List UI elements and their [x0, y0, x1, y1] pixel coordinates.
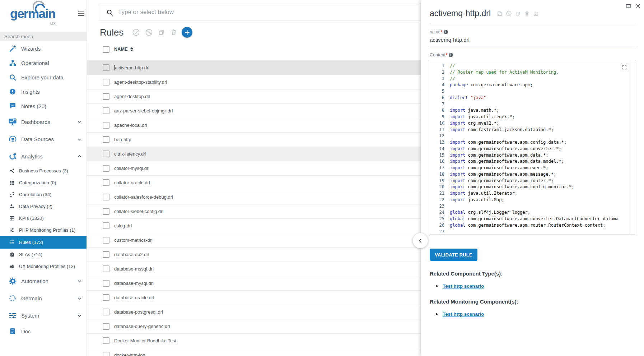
related-monitoring-link[interactable]: Test http scenario: [443, 311, 484, 317]
row-checkbox[interactable]: [103, 222, 109, 229]
sidebar-item-label: System: [21, 313, 39, 319]
copy-icon[interactable]: [515, 11, 521, 17]
disable-icon[interactable]: [506, 10, 512, 17]
link-icon: [9, 192, 15, 197]
sidebar-item-ux-monitoring-profiles[interactable]: UX Monitoring Profiles (12): [0, 260, 87, 272]
row-checkbox[interactable]: [103, 309, 109, 315]
sidebar-search-input[interactable]: Search menu: [0, 32, 87, 41]
validate-rule-button[interactable]: VALIDATE RULE: [430, 249, 477, 261]
row-checkbox[interactable]: [103, 194, 109, 200]
sidebar-item-label: Data Privacy (2): [19, 204, 52, 209]
content-field-label: Content* i: [430, 52, 635, 57]
alert-circle-icon: [8, 88, 17, 95]
copy-rule-button[interactable]: [158, 29, 165, 36]
row-checkbox[interactable]: [103, 136, 109, 143]
list-item: Test http scenario: [436, 311, 644, 317]
sidebar-item-doc[interactable]: Doc: [0, 324, 87, 338]
book-icon: [8, 328, 17, 335]
delete-icon[interactable]: [524, 11, 530, 17]
name-column-header[interactable]: NAME: [114, 47, 128, 52]
row-checkbox[interactable]: [103, 208, 109, 215]
rule-name: custom-metrics-drl: [114, 237, 153, 243]
editor-scrollbar[interactable]: [630, 61, 630, 235]
name-field[interactable]: activemq-http.drl: [430, 34, 635, 46]
row-checkbox[interactable]: [103, 323, 109, 330]
sidebar-item-label: Wizards: [21, 46, 41, 52]
sidebar-item-kpis[interactable]: KPIs (1320): [0, 212, 87, 224]
sidebar-item-slas[interactable]: SLAs (714): [0, 249, 87, 260]
disable-rule-button[interactable]: [145, 28, 153, 36]
rule-name: collator-siebel-config.drl: [114, 209, 163, 214]
share-nodes-icon: [9, 168, 15, 173]
row-checkbox[interactable]: [103, 93, 109, 100]
close-icon[interactable]: [635, 3, 641, 9]
rule-name: database-query-generic.drl: [114, 324, 170, 329]
row-checkbox[interactable]: [103, 122, 109, 129]
hamburger-menu-icon[interactable]: [78, 11, 84, 17]
list-item: Test http scenario: [436, 283, 644, 289]
row-checkbox[interactable]: [103, 237, 109, 244]
rule-name: cslog-drl: [114, 223, 132, 228]
row-checkbox[interactable]: [103, 251, 109, 258]
name-field-label: name* i: [430, 29, 635, 34]
sidebar-item-automation[interactable]: Automation: [0, 272, 87, 290]
maximize-icon[interactable]: [626, 3, 631, 9]
sidebar-item-notes[interactable]: Notes (20): [0, 99, 87, 113]
delete-rule-button[interactable]: [170, 29, 177, 36]
sidebar-item-analytics[interactable]: Analytics: [0, 148, 87, 165]
brand-logo: germain ux: [0, 0, 87, 29]
rule-name: database-oracle.drl: [114, 295, 154, 300]
row-checkbox[interactable]: [103, 265, 109, 272]
sidebar-item-insights[interactable]: Insights: [0, 84, 87, 99]
sidebar-item-operational[interactable]: Operational: [0, 56, 87, 70]
sort-icon[interactable]: [130, 47, 133, 51]
sidebar-item-correlation[interactable]: Correlation (34): [0, 189, 87, 200]
row-checkbox[interactable]: [103, 64, 109, 71]
row-checkbox[interactable]: [103, 280, 109, 287]
wand-icon: [8, 45, 17, 52]
sidebar-item-wizards[interactable]: Wizards: [0, 41, 87, 56]
sidebar-item-label: KPIs (1320): [19, 216, 44, 221]
edit-icon[interactable]: [533, 11, 539, 17]
sidebar-item-business-processes[interactable]: Business Processes (3): [0, 165, 87, 177]
sidebar-item-data-privacy[interactable]: Data Privacy (2): [0, 200, 87, 212]
activate-rule-button[interactable]: [132, 28, 140, 36]
related-component-type-link[interactable]: Test http scenario: [443, 283, 484, 289]
sidebar-item-system[interactable]: System: [0, 307, 87, 324]
sidebar-item-label: Insights: [21, 89, 40, 95]
save-icon[interactable]: [497, 11, 503, 17]
sidebar-item-data-sources[interactable]: Data Sources: [0, 130, 87, 148]
sidebar-item-php-monitoring-profiles[interactable]: PHP Monitoring Profiles (1): [0, 224, 87, 236]
row-checkbox[interactable]: [103, 179, 109, 186]
filter-search-input[interactable]: Type or select below: [99, 4, 423, 21]
row-checkbox[interactable]: [103, 151, 109, 157]
dashed-circle-icon: [8, 294, 17, 302]
rule-name: collator-oracle.drl: [114, 180, 150, 185]
sidebar: germain ux Search menu Wizards: [0, 0, 87, 356]
sidebar-item-dashboards[interactable]: Dashboards: [0, 113, 87, 130]
row-checkbox[interactable]: [103, 337, 109, 344]
sidebar-item-rules[interactable]: Rules (173): [0, 236, 87, 249]
row-checkbox[interactable]: [103, 352, 109, 356]
sidebar-item-label: Correlation (34): [19, 192, 51, 197]
sidebar-item-label: Germain: [21, 295, 42, 301]
sidebar-item-label: Business Processes (3): [19, 168, 68, 174]
sliders-horizontal-icon: [8, 311, 17, 319]
sidebar-item-categorization[interactable]: Categorization (0): [0, 177, 87, 189]
select-all-checkbox[interactable]: [103, 46, 109, 53]
rule-name: activemq-http.drl: [115, 65, 149, 70]
sidebar-item-label: Data Sources: [21, 136, 54, 142]
fullscreen-icon[interactable]: [622, 65, 627, 70]
rule-name: agent-desktop.drl: [114, 94, 150, 99]
sidebar-item-label: SLAs (714): [19, 252, 42, 257]
add-rule-button[interactable]: [182, 27, 192, 38]
code-editor[interactable]: 1//2// Router map used for ActiveM Monit…: [430, 61, 635, 235]
row-checkbox[interactable]: [103, 165, 109, 172]
collapse-panel-button[interactable]: [413, 233, 428, 248]
row-checkbox[interactable]: [103, 107, 109, 114]
bullet-icon: [436, 313, 438, 315]
sidebar-item-explore[interactable]: Explore your data: [0, 70, 87, 84]
sidebar-item-germain[interactable]: Germain: [0, 290, 87, 307]
row-checkbox[interactable]: [103, 79, 109, 85]
row-checkbox[interactable]: [103, 294, 109, 301]
